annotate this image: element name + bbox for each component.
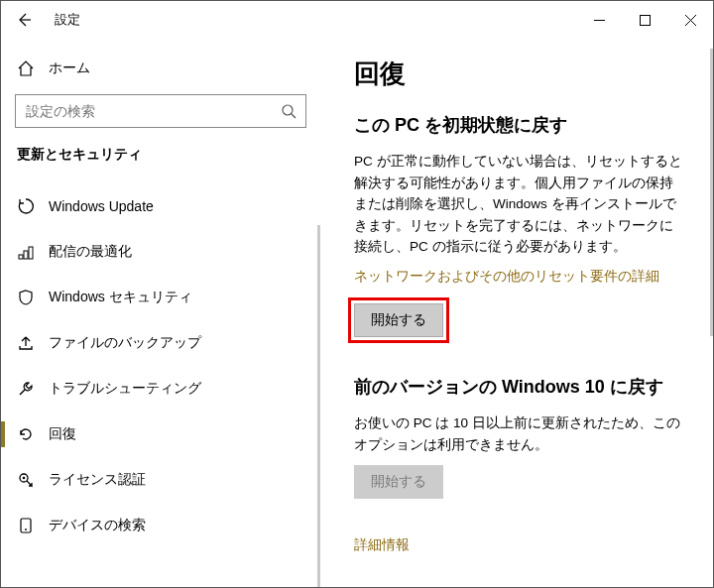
find-device-icon [17, 517, 49, 534]
sidebar-item-label: Windows セキュリティ [49, 289, 192, 306]
reset-section: この PC を初期状態に戻す PC が正常に動作していない場合は、リセットすると… [354, 113, 685, 337]
sidebar-item-activation[interactable]: ライセンス認証 [1, 457, 320, 503]
windows-update-icon [17, 197, 49, 215]
maximize-icon [640, 15, 651, 26]
close-icon [685, 15, 696, 26]
svg-point-8 [25, 529, 27, 530]
search-icon [281, 103, 297, 119]
close-button[interactable] [667, 1, 713, 39]
minimize-icon [594, 15, 605, 26]
reset-requirements-link[interactable]: ネットワークおよびその他のリセット要件の詳細 [354, 268, 659, 286]
sidebar-item-label: ライセンス認証 [49, 471, 146, 489]
sidebar-item-label: Windows Update [49, 198, 154, 214]
troubleshoot-icon [17, 380, 49, 398]
home-label: ホーム [49, 59, 90, 77]
nav-list: Windows Update配信の最適化Windows セキュリティファイルのバ… [1, 183, 320, 548]
goback-heading: 前のバージョンの Windows 10 に戻す [354, 375, 685, 399]
recovery-icon [17, 425, 49, 443]
reset-start-button[interactable]: 開始する [354, 303, 443, 337]
sidebar-item-label: トラブルシューティング [49, 380, 201, 398]
goback-section: 前のバージョンの Windows 10 に戻す お使いの PC は 10 日以上… [354, 375, 685, 499]
sidebar-item-label: ファイルのバックアップ [49, 334, 201, 352]
goback-body: お使いの PC は 10 日以上前に更新されたため、このオプションは利用できませ… [354, 412, 685, 455]
home-icon [17, 59, 35, 77]
svg-rect-4 [29, 247, 33, 259]
more-info-link[interactable]: 詳細情報 [354, 536, 410, 554]
left-pane: ホーム 更新とセキュリティ Windows Update配信の最適化Window… [1, 39, 320, 587]
sidebar-item-find-device[interactable]: デバイスの検索 [1, 503, 320, 548]
sidebar-item-windows-update[interactable]: Windows Update [1, 183, 320, 229]
windows-security-icon [17, 289, 49, 306]
window-title: 設定 [55, 12, 80, 29]
svg-rect-0 [640, 15, 650, 25]
svg-point-1 [283, 105, 293, 115]
maximize-button[interactable] [622, 1, 667, 39]
svg-rect-3 [24, 251, 28, 259]
svg-rect-7 [21, 519, 31, 532]
sidebar-item-delivery-opt[interactable]: 配信の最適化 [1, 229, 320, 275]
search-icon-wrap [272, 103, 305, 119]
search-input[interactable] [16, 103, 272, 119]
home-nav[interactable]: ホーム [1, 49, 320, 88]
sidebar-item-label: デバイスの検索 [49, 517, 146, 534]
minimize-button[interactable] [576, 1, 622, 39]
sidebar-item-label: 配信の最適化 [49, 243, 132, 261]
sidebar-item-backup[interactable]: ファイルのバックアップ [1, 320, 320, 366]
back-button[interactable] [1, 1, 47, 39]
sidebar-item-windows-security[interactable]: Windows セキュリティ [1, 275, 320, 320]
window-buttons [576, 1, 713, 39]
right-scrollbar[interactable] [710, 49, 713, 336]
content-pane: 回復 この PC を初期状態に戻す PC が正常に動作していない場合は、リセット… [320, 39, 713, 587]
search-box[interactable] [15, 94, 306, 128]
sidebar-item-recovery[interactable]: 回復 [1, 412, 320, 457]
activation-icon [17, 471, 49, 489]
sidebar-item-label: 回復 [49, 425, 76, 443]
section-title: 更新とセキュリティ [1, 146, 320, 164]
arrow-left-icon [16, 12, 32, 28]
sidebar-item-troubleshoot[interactable]: トラブルシューティング [1, 366, 320, 412]
titlebar: 設定 [1, 1, 713, 39]
svg-point-6 [23, 477, 26, 480]
delivery-opt-icon [17, 243, 49, 261]
reset-body: PC が正常に動作していない場合は、リセットすると解決する可能性があります。個人… [354, 151, 685, 258]
svg-rect-2 [19, 255, 23, 259]
page-title: 回復 [354, 57, 685, 91]
backup-icon [17, 334, 49, 352]
reset-heading: この PC を初期状態に戻す [354, 113, 685, 137]
goback-start-button: 開始する [354, 465, 443, 499]
